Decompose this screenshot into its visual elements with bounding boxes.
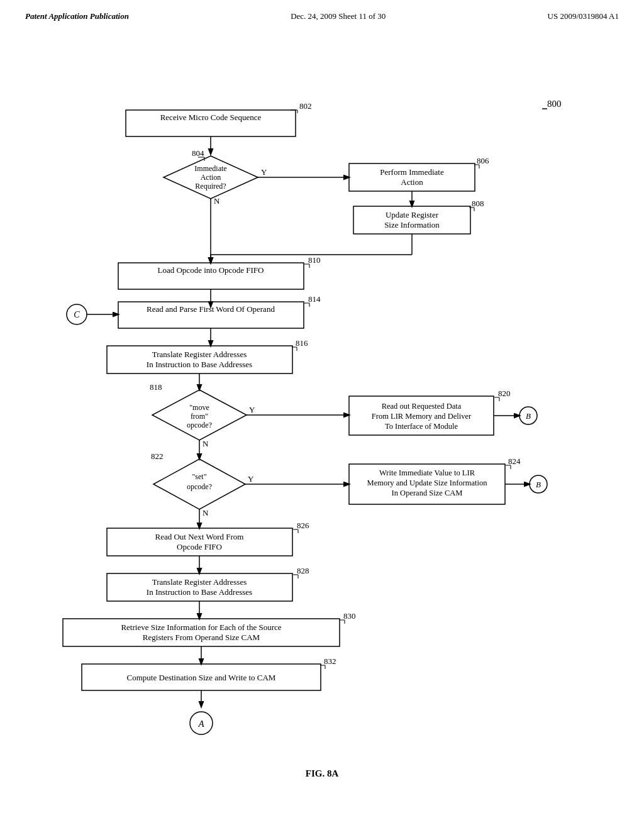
node-802-ref: 802 xyxy=(299,101,312,111)
node-806-line2: Action xyxy=(401,177,423,187)
node-824-line1: Write Immediate Value to LIR xyxy=(379,468,475,477)
node-824-ref: 824 xyxy=(508,456,521,466)
header-patent-number: US 2009/0319804 A1 xyxy=(548,11,619,21)
node-818-line1: "move xyxy=(189,403,209,412)
node-808-line1: Update Register xyxy=(386,210,439,219)
y-label-818: Y xyxy=(249,405,255,414)
node-804-line1: Immediate xyxy=(194,164,226,173)
header-date-sheet: Dec. 24, 2009 Sheet 11 of 30 xyxy=(291,11,386,21)
node-830-line2: Registers From Operand Size CAM xyxy=(143,633,260,642)
node-824-line2: Memory and Update Size Information xyxy=(367,479,488,487)
node-822-ref: 822 xyxy=(151,451,164,461)
node-816-line2: In Instruction to Base Addresses xyxy=(147,360,252,369)
node-804-line2: Action xyxy=(201,173,221,182)
node-816-line1: Translate Register Addresses xyxy=(152,350,247,359)
n-label-822: N xyxy=(203,508,209,517)
connector-C-label: C xyxy=(74,310,80,319)
node-814-line1: Read and Parse First Word Of Operand xyxy=(147,304,275,314)
page-header: Patent Application Publication Dec. 24, … xyxy=(0,0,644,21)
diagram-number-label: 800 xyxy=(547,99,562,109)
node-828-line1: Translate Register Addresses xyxy=(152,577,247,587)
node-818-line3: opcode? xyxy=(187,421,212,429)
node-824-line3: In Operand Size CAM xyxy=(392,489,463,497)
diagram-area: 800 Receive Micro Code Sequence 802 Imme… xyxy=(0,38,644,817)
node-816-ref: 816 xyxy=(296,338,308,348)
node-814-ref: 814 xyxy=(308,294,321,304)
node-810-line1: Load Opcode into Opcode FIFO xyxy=(158,265,264,275)
node-822-line1: "set" xyxy=(192,472,206,481)
node-810-ref: 810 xyxy=(308,255,321,265)
node-820-line1: Read out Requested Data xyxy=(382,402,462,411)
connector-B2-label: B xyxy=(536,480,541,489)
y-label-804: Y xyxy=(261,167,267,177)
node-826-line2: Opcode FIFO xyxy=(177,542,222,551)
connector-A-label: A xyxy=(197,719,204,729)
node-818-line2: from" xyxy=(191,412,208,421)
node-822-line2: opcode? xyxy=(187,482,212,491)
connector-B1-label: B xyxy=(526,411,531,421)
node-808-ref: 808 xyxy=(472,199,484,208)
node-828-ref: 828 xyxy=(297,566,309,575)
flowchart-svg: 800 Receive Micro Code Sequence 802 Imme… xyxy=(0,38,644,817)
node-806-line1: Perform Immediate xyxy=(380,167,444,177)
node-804-ref: 804 xyxy=(192,148,204,158)
node-832-text: Compute Destination Size and Write to CA… xyxy=(127,673,276,682)
node-820-ref: 820 xyxy=(498,389,511,398)
node-818-ref: 818 xyxy=(150,382,162,392)
header-publication: Patent Application Publication xyxy=(25,11,129,21)
node-806-ref: 806 xyxy=(477,156,489,165)
node-826-ref: 826 xyxy=(297,521,309,530)
y-label-822: Y xyxy=(248,474,254,484)
node-828-line2: In Instruction to Base Addresses xyxy=(147,587,252,597)
node-804-line3: Required? xyxy=(195,182,226,191)
node-820-line2: From LIR Memory and Deliver xyxy=(372,412,472,421)
node-802-text: Receive Micro Code Sequence xyxy=(160,113,262,122)
n-label-804: N xyxy=(214,196,220,206)
node-826-line1: Read Out Next Word From xyxy=(155,532,244,541)
node-820-line3: To Interface of Module xyxy=(385,422,458,431)
node-830-line1: Retrieve Size Information for Each of th… xyxy=(121,622,281,632)
node-832-ref: 832 xyxy=(324,656,336,666)
figure-label: FIG. 8A xyxy=(306,768,339,778)
node-830-ref: 830 xyxy=(343,611,356,621)
node-808-line2: Size Information xyxy=(384,220,440,230)
n-label-818: N xyxy=(203,439,209,448)
